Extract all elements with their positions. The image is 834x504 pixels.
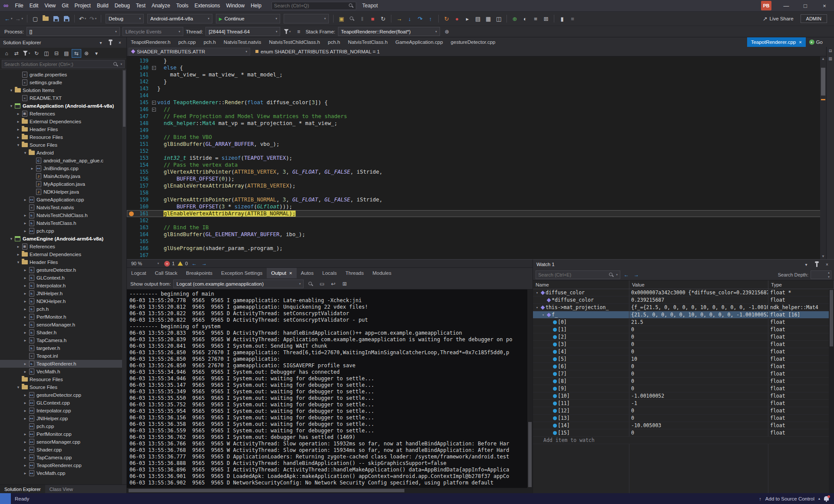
- tree-expander-icon[interactable]: ▸: [23, 221, 28, 225]
- fold-margin[interactable]: −: [150, 66, 157, 70]
- collapse-region-icon[interactable]: −: [152, 101, 156, 105]
- watch-value-cell[interactable]: 0: [629, 348, 768, 355]
- watch-value-cell[interactable]: 0.239215687: [629, 296, 768, 303]
- user-avatar[interactable]: PB: [761, 1, 771, 10]
- code-line-159[interactable]: 159 glVertexAttribPointer(ATTRIB_NORMAL,…: [127, 196, 834, 203]
- watch-value-cell[interactable]: 0: [629, 326, 768, 333]
- tree-item-resource-files[interactable]: Resource Files: [0, 376, 126, 383]
- tree-item-gradle-properties[interactable]: ≡gradle.properties: [0, 71, 126, 79]
- watch-search-input[interactable]: [538, 272, 607, 277]
- tree-expander-icon[interactable]: ▸: [16, 112, 21, 116]
- panel-tab-output[interactable]: Output×: [267, 268, 296, 278]
- tree-expander-icon[interactable]: ▾: [16, 143, 21, 147]
- watch-name-cell[interactable]: ▾this->mat_projection_: [533, 304, 629, 311]
- tree-item-gameapplication-android-arm64-v8a[interactable]: ▾GameApplication (Android-arm64-v8a): [0, 102, 126, 110]
- tree-item-natvistestchildclass-h[interactable]: ▸hNatvisTestChildClass.h: [0, 211, 126, 219]
- watch-row-6[interactable]: [6]0float: [533, 363, 834, 370]
- bottom-tab-class-view[interactable]: Class View: [45, 485, 77, 493]
- watch-name-cell[interactable]: [8]: [533, 378, 629, 385]
- fold-margin[interactable]: −: [150, 101, 157, 105]
- tree-expander-icon[interactable]: ▸: [23, 432, 28, 436]
- document-outline-icon[interactable]: ▥: [828, 56, 832, 61]
- code-map-icon[interactable]: ⊞: [541, 13, 551, 24]
- home-icon[interactable]: ⌂: [2, 49, 11, 58]
- tree-expander-icon[interactable]: ▸: [23, 307, 28, 311]
- bookmark-icon[interactable]: ▮: [557, 13, 567, 24]
- split-editor-icon[interactable]: ⊟: [829, 49, 832, 53]
- menu-window[interactable]: Window: [223, 1, 248, 10]
- watch-value-cell[interactable]: -1: [629, 400, 768, 407]
- add-watch-item-row[interactable]: Add item to watch: [533, 437, 834, 444]
- parallel-stacks-icon[interactable]: ≡: [531, 13, 540, 24]
- watch-row-2[interactable]: [2]0float: [533, 333, 834, 341]
- tree-expander-icon[interactable]: ▸: [16, 244, 21, 249]
- watch-row-14[interactable]: [14]-10.005003float: [533, 422, 834, 429]
- breakpoint-margin[interactable]: [127, 211, 136, 216]
- close-button[interactable]: ×: [815, 0, 834, 11]
- tree-item-tapcamera-h[interactable]: ▸hTapCamera.h: [0, 336, 126, 344]
- watch-row-10[interactable]: [10]-1.00100052float: [533, 392, 834, 400]
- refresh-icon[interactable]: ↻: [32, 49, 41, 58]
- watch-row-4[interactable]: [4]0float: [533, 348, 834, 356]
- tree-item-pch-cpp[interactable]: ++pch.cpp: [0, 422, 126, 430]
- code-line-164[interactable]: 164 glBindBuffer(GL_ELEMENT_ARRAY_BUFFER…: [127, 231, 834, 238]
- code-line-167[interactable]: 167: [127, 252, 834, 259]
- tree-item-external-dependencies[interactable]: ▸External Dependencies: [0, 250, 126, 258]
- code-line-140[interactable]: 140− else {: [127, 64, 834, 71]
- watch-row-15[interactable]: [15]0float: [533, 429, 834, 437]
- watch-row-11[interactable]: [11]-1float: [533, 400, 834, 407]
- tree-expander-icon[interactable]: ▸: [16, 135, 21, 139]
- solution-explorer-search-input[interactable]: [4, 62, 111, 67]
- tree-item-android-native-app-glue-c[interactable]: Candroid_native_app_glue.c: [0, 157, 126, 165]
- menu-project[interactable]: Project: [72, 1, 94, 10]
- tab-gesturedetector-cpp[interactable]: gestureDetector.cpp: [447, 37, 500, 47]
- process-dropdown[interactable]: [] ▾: [26, 27, 120, 36]
- tree-expander-icon[interactable]: ▸: [23, 299, 28, 303]
- hot-reload-icon[interactable]: ↻: [442, 13, 451, 24]
- solution-explorer-search-box[interactable]: ▾: [2, 60, 125, 68]
- tree-item-jnihelper-cpp[interactable]: ▸++JNIHelper.cpp: [0, 415, 126, 422]
- watch-value-cell[interactable]: 0x0000007a342c3000 {*diffuse_color=0.239…: [629, 289, 768, 296]
- code-line-142[interactable]: 142 }: [127, 78, 834, 85]
- minimize-button[interactable]: —: [777, 0, 796, 11]
- watch-scrollbar[interactable]: [829, 289, 834, 493]
- tree-item-pch-cpp[interactable]: ▸++pch.cpp: [0, 227, 126, 235]
- solution-explorer-scrollbar[interactable]: [122, 69, 126, 484]
- save-all-icon[interactable]: [62, 13, 71, 24]
- redo-icon[interactable]: ↷▾: [88, 13, 98, 24]
- tree-item-references[interactable]: ▸▦References: [0, 243, 126, 250]
- watch-row-this-mat-projection[interactable]: ▾this->mat_projection_{f_={21.5, 0, 0, 0…: [533, 304, 834, 311]
- tree-item-header-files[interactable]: ▸Header Files: [0, 125, 126, 133]
- watch-name-cell[interactable]: ▾diffuse_color: [533, 289, 629, 296]
- zoom-dropdown[interactable]: 90 % ▾: [129, 260, 161, 267]
- tree-item-sensormanager-h[interactable]: ▸hsensorManager.h: [0, 321, 126, 329]
- open-file-icon[interactable]: [41, 13, 50, 24]
- tree-expander-icon[interactable]: ▸: [23, 291, 28, 296]
- tree-expander-icon[interactable]: ▸: [23, 268, 28, 272]
- collapse-all-icon[interactable]: ⊟: [52, 49, 61, 58]
- code-line-162[interactable]: 162: [127, 217, 834, 224]
- code-line-149[interactable]: 149: [127, 127, 834, 134]
- tree-expander-icon[interactable]: ▸: [23, 315, 28, 319]
- code-line-156[interactable]: 156 BUFFER_OFFSET(0));: [127, 175, 834, 182]
- tab-close-icon[interactable]: ×: [289, 270, 292, 276]
- tab-natvistest-natvis[interactable]: NatvisTest.natvis: [220, 37, 265, 47]
- watch-row-f[interactable]: ▾f_{21.5, 0, 0, 0, 0, 10, 0, 0, 0, 0, -1…: [533, 311, 834, 319]
- word-wrap-icon[interactable]: ↩: [329, 281, 338, 287]
- scroll-down-icon[interactable]: ▼: [820, 254, 826, 259]
- tree-item-vecmath-cpp[interactable]: ▸++VecMath.cpp: [0, 469, 126, 477]
- breadcrumb-scope-dropdown[interactable]: SHADER_ATTRIBUTES.ATTR ▾: [129, 48, 250, 56]
- tree-expander-icon[interactable]: ▸: [23, 369, 28, 374]
- tree-item-teapot-inl[interactable]: ≡Teapot.inl: [0, 352, 126, 360]
- admin-button[interactable]: ADMIN: [801, 14, 827, 23]
- properties-icon[interactable]: ⊛: [82, 49, 91, 58]
- tree-expander-icon[interactable]: ▾: [535, 306, 539, 310]
- output-source-dropdown[interactable]: Logcat (com.example.gameapplication) ▾: [173, 280, 304, 288]
- collapse-region-icon[interactable]: −: [152, 66, 156, 70]
- tree-expander-icon[interactable]: ▸: [23, 463, 28, 468]
- pin-icon[interactable]: [107, 40, 114, 45]
- code-line-165[interactable]: 165: [127, 238, 834, 245]
- watch-value-cell[interactable]: 21.5: [629, 319, 768, 326]
- stop-debugging-icon[interactable]: ■: [368, 13, 377, 24]
- step-into-icon[interactable]: ↓: [405, 13, 414, 24]
